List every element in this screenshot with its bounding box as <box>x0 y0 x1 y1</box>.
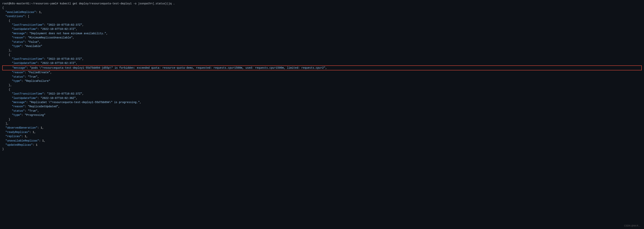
output-line-12: { <box>2 53 642 57</box>
output-line-28: ], <box>2 122 642 126</box>
output-line-24: "reason": "ReplicaSetUpdated", <box>2 104 642 108</box>
output-line-8: "reason": "MinimumReplicasUnavailable", <box>2 36 642 40</box>
command-line: root@k8s-master01:~/resources-yaml# kube… <box>2 2 642 6</box>
output-line-18: "type": "ReplicaFailure" <box>2 79 642 83</box>
output-line-27: } <box>2 117 642 122</box>
output-line-21: "lastTransitionTime": "2022-10-07T10:02:… <box>2 92 642 96</box>
output-line-1: { <box>2 6 642 10</box>
output-line-17: "status": "True", <box>2 75 642 79</box>
terminal: root@k8s-master01:~/resources-yaml# kube… <box>0 0 644 229</box>
output-line-33: "updatedReplicas": 1 <box>2 143 642 147</box>
output-line-3: "conditions": [ <box>2 14 642 18</box>
output-line-5: "lastTransitionTime": "2022-10-07T10:02:… <box>2 23 642 27</box>
output-line-23: "message": "ReplicaSet \"resourcequota-t… <box>2 100 642 104</box>
output-line-25: "status": "True", <box>2 109 642 113</box>
output-line-32: "unavailableReplicas": 1, <box>2 139 642 143</box>
output-line-31: "replicas": 1, <box>2 134 642 138</box>
highlighted-error-block: "message": "pods \"resourcequota-test-de… <box>2 66 642 70</box>
output-line-11: }, <box>2 48 642 52</box>
output-line-2: "availableReplicas": 1, <box>2 10 642 14</box>
output-line-16: "reason": "FailedCreate", <box>2 70 642 74</box>
prompt: root@k8s-master01:~/resources-yaml# <box>2 2 58 5</box>
command: kubectl get deploy/resourcequota-test-de… <box>58 2 175 5</box>
watermark: CSDN @Mr.R... <box>624 224 640 227</box>
output-line-19: }, <box>2 83 642 87</box>
output-line-4: { <box>2 19 642 23</box>
output-line-30: "readyReplicas": 1, <box>2 130 642 134</box>
output-line-9: "status": "False", <box>2 40 642 44</box>
output-line-22: "lastUpdateTime": "2022-10-07T10:02:38Z"… <box>2 96 642 100</box>
highlighted-message-line: "message": "pods \"resourcequota-test-de… <box>3 66 641 70</box>
output-line-10: "type": "Available" <box>2 44 642 48</box>
output-line-6: "lastUpdateTime": "2022-10-07T10:02:37Z"… <box>2 27 642 31</box>
output-line-34: } <box>2 147 642 151</box>
output-line-29: "observedGeneration": 1, <box>2 126 642 130</box>
output-line-14: "lastUpdateTime": "2022-10-07T10:02:37Z"… <box>2 61 642 65</box>
output-line-26: "type": "Progressing" <box>2 113 642 117</box>
output-line-13: "lastTransitionTime": "2022-10-07T10:02:… <box>2 57 642 61</box>
output-line-7: "message": "Deployment does not have min… <box>2 32 642 36</box>
output-line-20: { <box>2 88 642 92</box>
